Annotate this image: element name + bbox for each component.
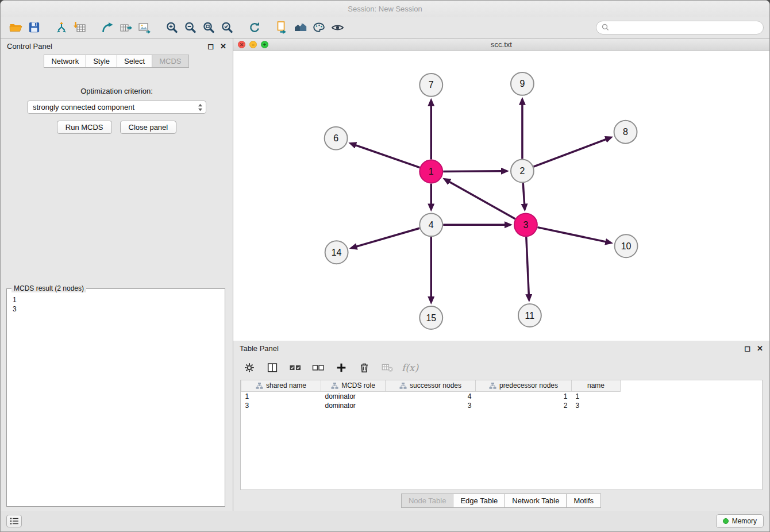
save-floppy-icon — [28, 21, 41, 34]
node-14[interactable]: 14 — [325, 241, 348, 264]
zoom-selected-button[interactable] — [218, 19, 236, 36]
delete-table-button[interactable] — [379, 360, 395, 376]
zoom-in-button[interactable] — [163, 19, 181, 36]
mcds-result-title: MCDS result (2 nodes) — [11, 284, 86, 292]
first-neighbors-button[interactable] — [98, 19, 117, 36]
table-settings-button[interactable] — [241, 360, 257, 376]
col-shared-name[interactable]: shared name — [241, 380, 321, 391]
right-column: ✕ − + scc.txt 12346789101114 — [233, 38, 769, 511]
visual-styles-icon — [312, 21, 326, 34]
show-hide-button[interactable] — [328, 19, 346, 36]
edge-3-11[interactable] — [526, 237, 529, 295]
svg-text:7: 7 — [429, 80, 434, 90]
edge-3-10[interactable] — [537, 228, 606, 242]
open-file-button[interactable] — [6, 19, 25, 36]
table-panel-tabs: Node Table Edge Table Network Table Moti… — [233, 490, 769, 511]
tab-network[interactable]: Network — [44, 55, 86, 68]
refresh-view-button[interactable] — [245, 19, 264, 36]
select-all-button[interactable] — [287, 360, 303, 376]
node-1[interactable]: 1 — [419, 160, 442, 183]
node-7[interactable]: 7 — [419, 74, 442, 97]
function-builder-button[interactable]: f(x) — [402, 360, 418, 376]
eye-icon — [330, 21, 345, 34]
node-10[interactable]: 10 — [615, 234, 638, 257]
cell-shared-name: 3 — [241, 401, 321, 410]
cell-filler — [621, 401, 763, 410]
tab-edge-table[interactable]: Edge Table — [453, 494, 505, 508]
delete-column-button[interactable] — [356, 360, 372, 376]
close-panel-icon[interactable]: ✕ — [220, 43, 226, 50]
window-title: Session: New Session — [348, 5, 422, 13]
zoom-out-button[interactable] — [181, 19, 199, 36]
float-table-panel-icon[interactable]: ◻ — [744, 345, 750, 352]
select-all-icon — [288, 361, 302, 375]
run-mcds-button[interactable]: Run MCDS — [57, 121, 112, 134]
table-row[interactable]: 3 dominator 3 2 3 — [241, 401, 763, 410]
node-6[interactable]: 6 — [325, 127, 348, 150]
zoom-fit-button[interactable] — [199, 19, 218, 36]
close-panel-button[interactable]: Close panel — [120, 121, 177, 134]
import-network-button[interactable] — [52, 19, 71, 36]
edge-4-14[interactable] — [356, 228, 419, 246]
float-panel-icon[interactable]: ◻ — [207, 43, 214, 50]
col-name[interactable]: name — [572, 380, 621, 391]
edge-1-6[interactable] — [356, 145, 420, 168]
close-table-panel-icon[interactable]: ✕ — [757, 345, 763, 352]
node-11[interactable]: 11 — [518, 304, 541, 327]
tab-motifs[interactable]: Motifs — [566, 494, 601, 508]
col-mcds-role[interactable]: MCDS role — [321, 380, 386, 391]
node-15[interactable]: 15 — [419, 306, 442, 329]
show-columns-button[interactable] — [264, 360, 280, 376]
node-3[interactable]: 3 — [514, 213, 537, 236]
node-8[interactable]: 8 — [614, 121, 637, 144]
search-field — [596, 21, 764, 34]
traffic-lights: ✕ − + — [238, 41, 268, 48]
add-column-button[interactable] — [333, 360, 349, 376]
tab-select[interactable]: Select — [117, 55, 152, 68]
columns-icon — [266, 361, 279, 374]
edge-2-3[interactable] — [523, 183, 524, 205]
optimization-criterion-select[interactable]: strongly connected component — [27, 101, 206, 114]
memory-button[interactable]: Memory — [716, 514, 764, 528]
cell-predecessor-nodes: 1 — [476, 391, 572, 401]
network-canvas[interactable]: 1234678910111415 — [233, 51, 769, 341]
mcds-result-group[interactable]: MCDS result (2 nodes) 1 3 — [6, 288, 225, 507]
table-row[interactable]: 1 dominator 4 1 1 — [241, 391, 763, 401]
edge-3-1[interactable] — [449, 182, 515, 219]
tab-network-table[interactable]: Network Table — [505, 494, 567, 508]
home-networks-button[interactable] — [291, 19, 310, 36]
edge-2-8[interactable] — [533, 139, 606, 167]
svg-text:2: 2 — [519, 166, 525, 176]
export-table-button[interactable] — [117, 19, 135, 36]
tab-style[interactable]: Style — [86, 55, 117, 68]
gear-icon — [243, 361, 256, 374]
minimize-window-icon[interactable]: − — [249, 41, 257, 48]
node-2[interactable]: 2 — [511, 160, 534, 183]
save-session-button[interactable] — [25, 19, 43, 36]
main-area: Control Panel ◻ ✕ Network Style Select M… — [1, 38, 769, 511]
import-table-button[interactable] — [71, 19, 89, 36]
tab-mcds[interactable]: MCDS — [152, 55, 188, 68]
table-toolbar: f(x) — [233, 356, 769, 380]
search-input[interactable] — [612, 24, 758, 32]
cell-mcds-role: dominator — [321, 391, 386, 401]
trash-icon — [358, 361, 371, 374]
close-window-icon[interactable]: ✕ — [238, 41, 245, 48]
export-image-button[interactable] — [135, 19, 153, 36]
deselect-all-button[interactable] — [310, 360, 326, 376]
share-document-button[interactable] — [273, 19, 291, 36]
selected-criterion: strongly connected component — [33, 103, 134, 111]
col-predecessor-nodes[interactable]: predecessor nodes — [476, 380, 572, 391]
edge-1-2[interactable] — [443, 171, 502, 172]
tab-node-table[interactable]: Node Table — [401, 494, 454, 508]
node-9[interactable]: 9 — [511, 72, 534, 95]
zoom-window-icon[interactable]: + — [261, 41, 268, 48]
home-icon — [293, 21, 308, 34]
visual-styles-button[interactable] — [310, 19, 328, 36]
task-history-button[interactable] — [6, 515, 22, 527]
col-successor-nodes[interactable]: successor nodes — [386, 380, 476, 391]
control-panel-title: Control Panel — [7, 42, 52, 51]
import-table-icon — [73, 21, 87, 34]
node-4[interactable]: 4 — [419, 213, 442, 236]
cell-name: 3 — [572, 401, 621, 410]
